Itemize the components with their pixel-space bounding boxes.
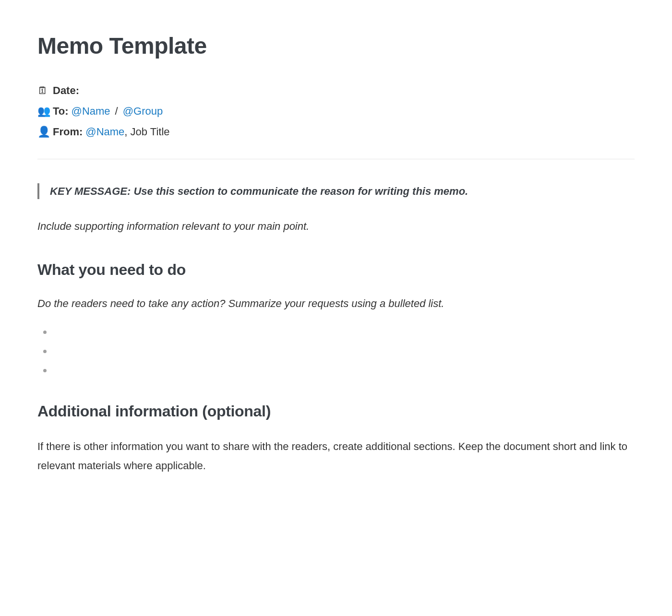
additional-body: If there is other information you want t… [37, 437, 635, 475]
key-message-block: KEY MESSAGE: Use this section to communi… [37, 183, 635, 199]
meta-date-line: 🗓 Date: [37, 83, 635, 98]
person-icon: 👤 [37, 124, 50, 140]
meta-from-line: 👤 From: @Name, Job Title [37, 124, 635, 140]
to-group-mention[interactable]: @Group [123, 103, 163, 119]
calendar-icon: 🗓 [37, 83, 50, 98]
meta-date-label: Date: [53, 83, 79, 98]
todo-description: Do the readers need to take any action? … [37, 296, 635, 311]
key-message-text: KEY MESSAGE: Use this section to communi… [50, 183, 635, 199]
list-item [46, 326, 635, 337]
people-icon: 👥 [37, 103, 50, 119]
todo-list [37, 326, 635, 376]
additional-heading: Additional information (optional) [37, 400, 635, 423]
to-name-mention[interactable]: @Name [72, 103, 110, 119]
meta-from-label: From: [53, 124, 83, 140]
list-item [46, 364, 635, 376]
meta-to-line: 👥 To: @Name / @Group [37, 103, 635, 119]
page-title: Memo Template [37, 29, 635, 63]
supporting-text: Include supporting information relevant … [37, 218, 635, 234]
from-job-title: , Job Title [124, 126, 169, 138]
from-name-mention[interactable]: @Name [85, 126, 124, 138]
list-item [46, 345, 635, 356]
meta-to-label: To: [53, 103, 69, 119]
to-separator: / [115, 103, 118, 119]
divider [37, 159, 635, 159]
todo-heading: What you need to do [37, 258, 635, 281]
